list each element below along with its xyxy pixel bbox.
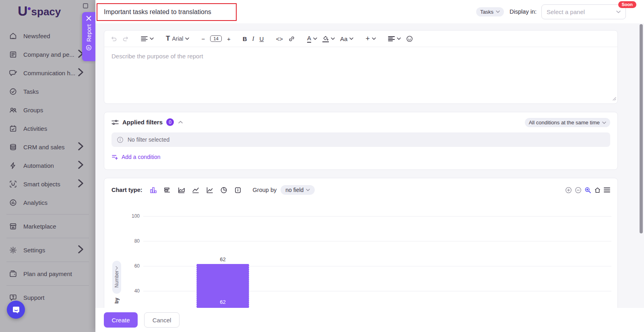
chevron-down-icon (331, 37, 335, 40)
add-filter-icon (111, 154, 118, 160)
chart-type-icons (149, 186, 242, 194)
link-button[interactable] (288, 35, 295, 42)
panel-select[interactable]: Select a panel Soon (541, 4, 626, 19)
description-placeholder: Describe the purpose of the report (111, 53, 203, 60)
link-icon (288, 35, 295, 42)
undo-icon[interactable] (111, 35, 117, 42)
report-modal: Tasks Display in: Select a panel Soon (95, 0, 644, 332)
cancel-button[interactable]: Cancel (144, 312, 180, 328)
emoji-button[interactable] (406, 35, 413, 42)
report-tab[interactable]: Report (82, 12, 95, 61)
font-size-value[interactable]: 14 (210, 35, 222, 42)
chevron-down-icon (349, 37, 353, 40)
report-tab-label: Report (86, 24, 92, 42)
paragraph-style-button[interactable] (141, 36, 154, 41)
pie-chart-icon[interactable] (220, 186, 228, 194)
modal-header: Tasks Display in: Select a panel Soon (95, 0, 644, 23)
filter-sliders-icon (111, 119, 119, 126)
filters-header: Applied filters 0 All conditions at the … (111, 118, 610, 126)
chevron-down-icon (372, 37, 376, 40)
scrollbar-thumb[interactable] (640, 24, 643, 233)
description-textarea[interactable]: Describe the purpose of the report (104, 47, 617, 66)
entity-selector[interactable]: Tasks (476, 7, 504, 16)
chart-menu-icon[interactable] (604, 187, 610, 193)
italic-button[interactable]: I (252, 35, 254, 42)
insert-plus-glyph: + (365, 35, 370, 43)
chevron-down-icon (185, 37, 189, 40)
chevron-down-icon (306, 189, 310, 191)
chevron-down-icon (150, 37, 154, 40)
line-axis-chart-icon[interactable] (206, 186, 214, 194)
group-by-value: no field (285, 187, 303, 193)
display-in-label: Display in: (510, 8, 537, 15)
summary-chart-icon[interactable] (234, 186, 242, 194)
panel-select-placeholder: Select a panel (547, 8, 585, 15)
editor-toolbar: T Arial − 14 + B I U <> (104, 31, 617, 47)
header-controls: Tasks Display in: Select a panel Soon (476, 0, 626, 23)
modal-body: T Arial − 14 + B I U <> (95, 23, 644, 332)
gridline-80 (143, 241, 611, 241)
y-axis-tick: 100 (120, 213, 140, 219)
y-axis-tick: 40 (120, 288, 140, 294)
report-title-input[interactable] (97, 8, 236, 16)
resize-handle-icon[interactable] (612, 95, 616, 102)
reset-home-icon[interactable] (594, 187, 601, 194)
chevron-down-icon (397, 37, 401, 40)
underline-button[interactable]: U (260, 35, 264, 42)
close-icon[interactable] (86, 16, 91, 21)
chat-smile-icon (12, 305, 21, 314)
chevron-down-icon (496, 10, 500, 13)
report-chart-icon (85, 44, 92, 51)
text-case-button[interactable]: Aa (340, 35, 353, 42)
description-editor: T Arial − 14 + B I U <> (104, 30, 618, 104)
insert-button[interactable]: + (365, 35, 376, 43)
line-chart-icon[interactable] (192, 186, 200, 194)
add-condition-link[interactable]: Add a condition (111, 154, 161, 160)
chart-header: Chart type: Group by no field (104, 178, 617, 195)
report-title-highlight (97, 3, 237, 21)
modal-footer: Create Cancel (95, 308, 644, 332)
text-color-button[interactable]: A (307, 35, 317, 43)
chevron-right-icon (116, 266, 118, 270)
text-color-a-glyph: A (307, 35, 311, 43)
group-by-select[interactable]: no field (281, 185, 315, 195)
font-t-glyph: T (166, 35, 170, 43)
highlight-color-button[interactable] (322, 35, 335, 42)
no-filter-banner: No filter selected (111, 132, 610, 147)
conditions-mode-value: All conditions at the same time (529, 120, 600, 126)
bar-chart-icon[interactable] (163, 186, 171, 194)
chat-support-button[interactable] (7, 301, 25, 319)
zoom-out-icon[interactable] (575, 187, 582, 194)
font-family-button[interactable]: T Arial (166, 35, 189, 43)
chevron-down-icon (602, 122, 606, 124)
font-family-value: Arial (172, 35, 183, 42)
conditions-mode-select[interactable]: All conditions at the same time (525, 118, 610, 127)
emoji-icon (406, 35, 413, 42)
zoom-select-icon[interactable] (584, 187, 591, 194)
zoom-in-icon[interactable] (565, 187, 572, 194)
group-by-label: Group by (253, 187, 277, 193)
chevron-down-icon (313, 37, 317, 40)
align-button[interactable] (388, 36, 401, 41)
code-button[interactable]: <> (276, 35, 283, 42)
paint-bucket-icon (322, 35, 329, 42)
filters-count-badge: 0 (166, 118, 174, 126)
bold-button[interactable]: B (243, 35, 247, 42)
add-condition-label: Add a condition (122, 154, 161, 160)
soon-badge: Soon (618, 1, 637, 8)
y-axis-measure-selector[interactable]: Number (112, 261, 121, 294)
no-filter-text: No filter selected (128, 136, 169, 143)
redo-icon[interactable] (122, 35, 129, 42)
case-aa-glyph: Aa (340, 35, 347, 42)
filters-title: Applied filters (122, 119, 163, 126)
chevron-up-icon[interactable] (178, 121, 183, 124)
decrease-font-button[interactable]: − (201, 35, 205, 42)
y-axis-measure-label: Number (114, 270, 120, 288)
bar-inner-label: 62 (196, 299, 249, 305)
increase-font-button[interactable]: + (227, 35, 231, 42)
modal-backdrop[interactable] (0, 0, 95, 332)
column-chart-icon[interactable] (149, 186, 157, 194)
area-chart-icon[interactable] (178, 186, 186, 194)
y-axis-tick: 80 (120, 238, 140, 244)
create-button[interactable]: Create (104, 312, 138, 328)
